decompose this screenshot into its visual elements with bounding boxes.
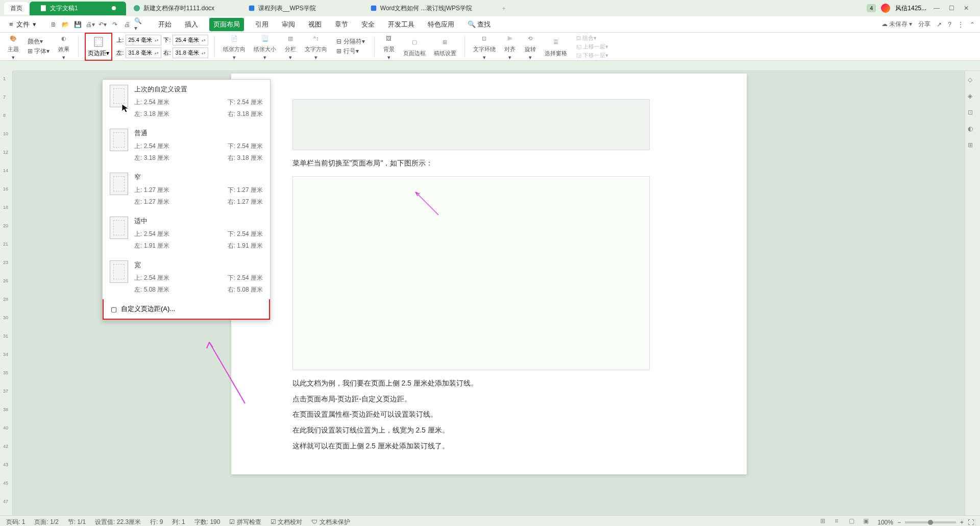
border-button[interactable]: ▢页面边框 xyxy=(401,35,428,58)
open-button[interactable]: 📂 xyxy=(61,19,71,30)
menu-page-layout[interactable]: 页面布局 xyxy=(209,18,244,31)
menu-insert[interactable]: 插入 xyxy=(183,18,200,31)
menu-special[interactable]: 特色应用 xyxy=(426,18,456,31)
margins-button[interactable]: 页边距▾ xyxy=(85,33,112,61)
columns-button[interactable]: ▥分栏▾ xyxy=(282,31,299,62)
custom-margins-icon: ▢ xyxy=(111,305,117,313)
menu-dev[interactable]: 开发工具 xyxy=(386,18,416,31)
status-spell[interactable]: ☑ 拼写检查 xyxy=(229,518,261,526)
file-menu[interactable]: ≡ 文件 ▾ xyxy=(5,18,40,31)
tab-home[interactable]: 首页 xyxy=(4,2,29,15)
theme-button[interactable]: 🎨主题▾ xyxy=(5,31,21,62)
orientation-button[interactable]: 📄纸张方向▾ xyxy=(221,31,248,62)
more-button[interactable]: ⋮ xyxy=(958,21,964,28)
user-name[interactable]: 风信1425... xyxy=(895,4,926,13)
ruler-vertical[interactable]: 1781012141618202123262830313435373840424… xyxy=(0,71,13,515)
user-avatar[interactable] xyxy=(881,4,890,13)
size-button[interactable]: 📃纸张大小▾ xyxy=(252,31,278,62)
color-button[interactable]: 颜色▾ xyxy=(28,37,50,46)
margin-right-input[interactable]: 31.8 毫米▴▾ xyxy=(173,47,208,58)
tab-doc-1[interactable]: 新建文档保存时1111.docx xyxy=(127,2,220,15)
print-button[interactable]: 🖨 xyxy=(122,19,132,30)
sidebar-tool-3[interactable]: ⊡ xyxy=(968,109,978,119)
share-button[interactable]: 分享 xyxy=(918,20,930,29)
grid-button[interactable]: ⊞稿纸设置 xyxy=(432,35,458,58)
zoom-out[interactable]: − xyxy=(897,519,901,526)
redo-button[interactable]: ↷ xyxy=(110,19,120,30)
close-button[interactable]: ✕ xyxy=(962,4,971,13)
collapse-button[interactable]: ⌃ xyxy=(970,21,975,28)
menu-review[interactable]: 审阅 xyxy=(280,18,297,31)
print-preview-button[interactable]: 🔍▾ xyxy=(134,19,144,30)
zoom-label[interactable]: 100% xyxy=(877,519,893,526)
margin-preview-icon xyxy=(110,217,128,239)
orientation-icon: 📄 xyxy=(228,32,240,44)
rotate-button[interactable]: ⟲旋转▾ xyxy=(522,31,538,62)
notification-badge[interactable]: 4 xyxy=(867,4,876,12)
sidebar-tool-4[interactable]: ◐ xyxy=(968,125,978,135)
view-mode-3[interactable]: ▢ xyxy=(849,517,859,527)
menu-reference[interactable]: 引用 xyxy=(253,18,271,31)
menu-security[interactable]: 安全 xyxy=(359,18,377,31)
document-page[interactable]: 菜单栏当前切换至"页面布局"，如下图所示： 以此文档为例，我们要在页面上侧 2.… xyxy=(231,74,747,474)
status-proof[interactable]: ☑ 文档校对 xyxy=(271,518,302,526)
margin-bottom-input[interactable]: 25.4 毫米▴▾ xyxy=(173,35,208,45)
background-button[interactable]: 🖼背景▾ xyxy=(381,31,397,62)
maximize-button[interactable]: ☐ xyxy=(947,4,957,13)
margin-left-input[interactable]: 31.8 毫米▴▾ xyxy=(126,47,161,58)
margins-custom-option[interactable]: ▢ 自定义页边距(A)... xyxy=(103,299,270,320)
effect-button[interactable]: ◐效果▾ xyxy=(56,31,72,62)
status-setting: 设置值: 22.3厘米 xyxy=(95,518,141,526)
margins-option-wide[interactable]: 宽 上: 2.54 厘米左: 5.08 厘米下: 2.54 厘米右: 5.08 … xyxy=(103,255,270,299)
zoom-slider[interactable] xyxy=(905,521,956,523)
unsaved-indicator[interactable]: ☁ 未保存 ▾ xyxy=(881,20,913,29)
view-mode-1[interactable]: ⊞ xyxy=(820,517,830,527)
save-button[interactable]: 💾 xyxy=(73,19,83,30)
ruler-horizontal[interactable] xyxy=(13,61,980,71)
svg-rect-5 xyxy=(96,39,101,45)
direction-button[interactable]: ᴬ↕文字方向▾ xyxy=(303,31,329,62)
margins-option-narrow[interactable]: 窄 上: 1.27 厘米左: 1.27 厘米下: 1.27 厘米右: 1.27 … xyxy=(103,168,270,211)
align-button[interactable]: ⊫对齐▾ xyxy=(502,31,518,62)
status-page-no[interactable]: 页码: 1 xyxy=(6,518,25,526)
sidebar-tool-2[interactable]: ◈ xyxy=(968,92,978,103)
margin-top-input[interactable]: 25.4 毫米▴▾ xyxy=(126,35,161,45)
status-protect[interactable]: 🛡 文档未保护 xyxy=(311,518,350,526)
status-section[interactable]: 节: 1/1 xyxy=(68,518,86,526)
zoom-in[interactable]: + xyxy=(960,519,964,526)
modified-indicator xyxy=(112,6,116,10)
help-button[interactable]: ? xyxy=(948,21,951,28)
line-no-button[interactable]: ⊞ 行号▾ xyxy=(336,47,364,56)
pane-button[interactable]: ☰选择窗格 xyxy=(543,35,569,58)
wrap-button[interactable]: ⊡文字环绕▾ xyxy=(471,31,498,62)
menu-view[interactable]: 视图 xyxy=(306,18,324,31)
view-mode-2[interactable]: ≡ xyxy=(835,517,845,527)
tab-doc-3[interactable]: Word文档如何 ...装订线|WPS学院 xyxy=(364,2,478,15)
sidebar-tool-5[interactable]: ⊞ xyxy=(968,141,978,152)
sidebar-tool-1[interactable]: ◇ xyxy=(968,76,978,86)
menu-search[interactable]: 🔍 查找 xyxy=(465,18,493,31)
margins-option-last[interactable]: 上次的自定义设置 上: 2.54 厘米左: 3.18 厘米下: 2.54 厘米右… xyxy=(103,80,270,124)
font-button[interactable]: ⊞ 字体▾ xyxy=(28,47,50,56)
background-icon: 🖼 xyxy=(383,32,395,44)
margins-option-moderate[interactable]: 适中 上: 2.54 厘米左: 1.91 厘米下: 2.54 厘米右: 1.91… xyxy=(103,211,270,255)
backward-button: ◲ 下移一层▾ xyxy=(576,52,608,59)
menu-chapter[interactable]: 章节 xyxy=(333,18,350,31)
tab-active-doc[interactable]: 文字文稿1 xyxy=(30,2,126,15)
tab-add[interactable]: ＋ xyxy=(495,2,513,15)
margins-option-normal[interactable]: 普通 上: 2.54 厘米左: 3.18 厘米下: 2.54 厘米右: 3.18… xyxy=(103,124,270,168)
fullscreen-button[interactable]: ⛶ xyxy=(968,519,974,526)
menu-start[interactable]: 开始 xyxy=(156,18,174,31)
status-words[interactable]: 字数: 190 xyxy=(194,518,220,526)
minimize-button[interactable]: — xyxy=(932,4,942,13)
undo-button[interactable]: ↶▾ xyxy=(97,19,108,30)
view-mode-4[interactable]: ▣ xyxy=(863,517,873,527)
tab-doc-2[interactable]: 课程列表__WPS学院 xyxy=(242,2,322,15)
status-page[interactable]: 页面: 1/2 xyxy=(34,518,58,526)
margin-preview-icon xyxy=(110,260,128,283)
save-as-button[interactable]: 🖨▾ xyxy=(85,19,95,30)
new-button[interactable]: 🗎 xyxy=(48,19,59,30)
export-button[interactable]: ↗ xyxy=(937,21,942,28)
breaks-button[interactable]: ⊟ 分隔符▾ xyxy=(336,37,364,46)
doc-icon xyxy=(40,5,47,12)
